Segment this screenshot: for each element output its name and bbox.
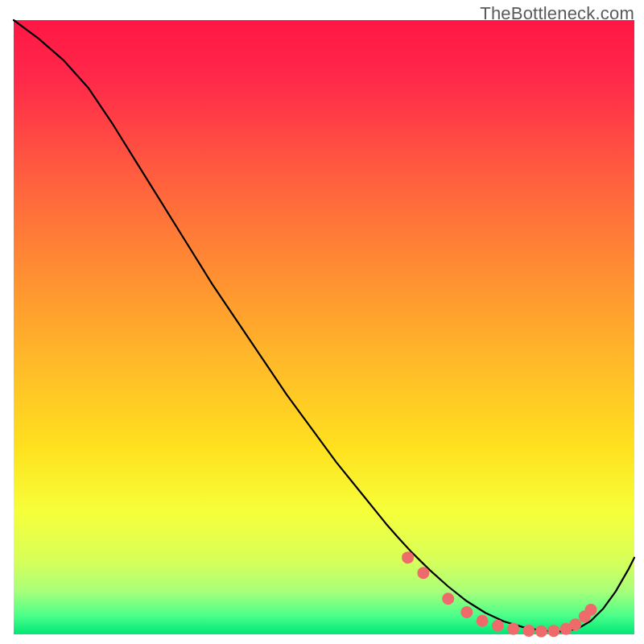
curve-marker (460, 606, 473, 618)
curve-marker (492, 620, 504, 632)
curve-marker (417, 567, 429, 579)
curve-marker (569, 618, 581, 630)
curve-marker (402, 551, 414, 564)
curve-marker (442, 592, 454, 605)
chart-background (14, 20, 634, 634)
watermark-text: TheBottleneck.com (480, 3, 634, 24)
curve-marker (477, 615, 489, 627)
curve-marker (507, 623, 519, 635)
curve-marker (585, 604, 597, 616)
curve-marker (547, 625, 559, 637)
curve-marker (522, 625, 535, 637)
chart-svg (0, 0, 644, 644)
curve-marker (535, 625, 547, 638)
bottleneck-chart: TheBottleneck.com (0, 0, 644, 644)
